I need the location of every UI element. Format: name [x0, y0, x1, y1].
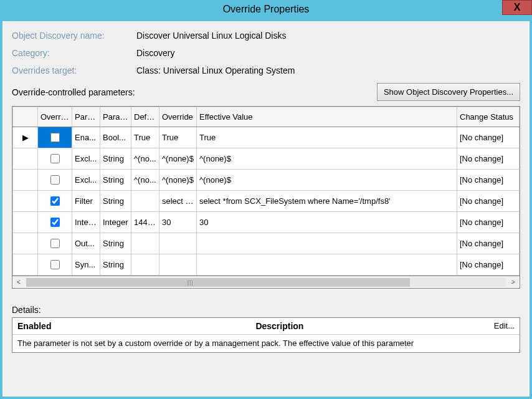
- category-row: Category: Discovery: [12, 48, 520, 58]
- override-checkbox[interactable]: [50, 260, 60, 269]
- scroll-thumb[interactable]: |||: [26, 278, 410, 287]
- discovery-name-row: Object Discovery name: Discover Universa…: [12, 31, 520, 41]
- table-header-row: Override Parame Parame Default Override …: [13, 107, 520, 127]
- header-param-type[interactable]: Parame: [100, 107, 131, 127]
- cell-name: Syn...: [72, 254, 100, 276]
- cell-change: [No change]: [457, 254, 520, 276]
- category-value: Discovery: [136, 48, 174, 58]
- close-button[interactable]: X: [502, 0, 532, 15]
- row-marker: ▶: [13, 127, 38, 148]
- scroll-track[interactable]: |||: [26, 278, 506, 287]
- cell-effective: 30: [197, 212, 457, 233]
- window-title: Override Properties: [223, 4, 310, 15]
- cell-override: select *f...: [159, 191, 197, 212]
- row-marker: [13, 148, 38, 170]
- scroll-grip-icon: |||: [188, 279, 194, 286]
- header-override-value[interactable]: Override: [159, 107, 197, 127]
- row-marker: [13, 170, 38, 191]
- target-row: Overrides target: Class: Universal Linux…: [12, 65, 520, 75]
- override-properties-window: Override Properties X Object Discovery n…: [0, 0, 532, 399]
- details-enabled-header: Enabled: [17, 321, 255, 331]
- cell-type: String: [100, 170, 131, 191]
- cell-override: ^(none)$: [159, 170, 197, 191]
- row-marker: [13, 233, 38, 254]
- cell-default: [131, 191, 159, 212]
- discovery-name-value: Discover Universal Linux Logical Disks: [136, 31, 286, 41]
- override-checkbox-cell[interactable]: [38, 170, 72, 191]
- details-description-header: Description: [255, 321, 493, 331]
- target-label: Overrides target:: [12, 65, 136, 75]
- cell-name: Filter: [72, 191, 100, 212]
- cell-effective: ^(none)$: [197, 148, 457, 170]
- override-checkbox-cell[interactable]: [38, 191, 72, 212]
- override-checkbox-cell[interactable]: [38, 233, 72, 254]
- cell-effective: True: [197, 127, 457, 148]
- override-checkbox-cell[interactable]: [38, 254, 72, 276]
- override-checkbox[interactable]: [50, 175, 60, 185]
- row-marker: [13, 212, 38, 233]
- table-row[interactable]: ▶Ena...Bool...TrueTrueTrue[No change]: [13, 127, 520, 148]
- override-checkbox-cell[interactable]: [38, 212, 72, 233]
- cell-type: Integer: [100, 212, 131, 233]
- override-checkbox[interactable]: [50, 218, 60, 227]
- table-row[interactable]: Out...String[No change]: [13, 233, 520, 254]
- params-label: Override-controlled parameters:: [12, 87, 135, 97]
- details-body-text: The parameter is not set by a custom ove…: [12, 335, 520, 352]
- override-checkbox[interactable]: [50, 133, 60, 142]
- cell-type: String: [100, 233, 131, 254]
- cell-override: True: [159, 127, 197, 148]
- details-box: Enabled Description Edit... The paramete…: [12, 317, 520, 353]
- cell-override: ^(none)$: [159, 148, 197, 170]
- table-row[interactable]: Syn...String[No change]: [13, 254, 520, 276]
- cell-name: Excl...: [72, 148, 100, 170]
- cell-default: [131, 254, 159, 276]
- override-checkbox[interactable]: [50, 196, 60, 206]
- cell-effective: [197, 233, 457, 254]
- cell-change: [No change]: [457, 212, 520, 233]
- override-checkbox[interactable]: [50, 154, 60, 163]
- header-param-name[interactable]: Parame: [72, 107, 100, 127]
- table-row[interactable]: Inter...Integer144003030[No change]: [13, 212, 520, 233]
- cell-type: String: [100, 191, 131, 212]
- header-default[interactable]: Default: [131, 107, 159, 127]
- edit-link[interactable]: Edit...: [494, 321, 515, 331]
- table-row[interactable]: Excl...String^(no...^(none)$^(none)$[No …: [13, 148, 520, 170]
- override-checkbox-cell[interactable]: [38, 148, 72, 170]
- header-effective[interactable]: Effective Value: [197, 107, 457, 127]
- cell-default: True: [131, 127, 159, 148]
- header-override[interactable]: Override: [38, 107, 72, 127]
- details-header: Enabled Description Edit...: [12, 318, 520, 335]
- row-marker: [13, 254, 38, 276]
- cell-override: 30: [159, 212, 197, 233]
- cell-type: String: [100, 148, 131, 170]
- parameters-table: Override Parame Parame Default Override …: [12, 107, 520, 276]
- scroll-right-arrow[interactable]: >: [507, 277, 520, 288]
- cell-type: Bool...: [100, 127, 131, 148]
- override-checkbox-cell[interactable]: [38, 127, 72, 148]
- details-label: Details:: [12, 305, 520, 315]
- header-marker: [13, 107, 38, 127]
- params-header-row: Override-controlled parameters: Show Obj…: [12, 83, 520, 101]
- cell-override: [159, 254, 197, 276]
- cell-change: [No change]: [457, 127, 520, 148]
- cell-effective: select *from SCX_FileSystem where Name='…: [197, 191, 457, 212]
- cell-name: Excl...: [72, 170, 100, 191]
- category-label: Category:: [12, 48, 136, 58]
- cell-type: String: [100, 254, 131, 276]
- table-row[interactable]: Excl...String^(no...^(none)$^(none)$[No …: [13, 170, 520, 191]
- override-checkbox[interactable]: [50, 239, 60, 248]
- target-value: Class: Universal Linux Operating System: [136, 65, 295, 75]
- cell-default: ^(no...: [131, 148, 159, 170]
- cell-default: 14400: [131, 212, 159, 233]
- scroll-left-arrow[interactable]: <: [12, 277, 25, 288]
- titlebar: Override Properties X: [0, 0, 532, 19]
- cell-name: Ena...: [72, 127, 100, 148]
- show-properties-button[interactable]: Show Object Discovery Properties...: [377, 83, 520, 101]
- header-change[interactable]: Change Status: [457, 107, 520, 127]
- cell-default: ^(no...: [131, 170, 159, 191]
- table-row[interactable]: FilterStringselect *f...select *from SCX…: [13, 191, 520, 212]
- cell-change: [No change]: [457, 148, 520, 170]
- horizontal-scrollbar[interactable]: < ||| >: [12, 276, 520, 289]
- cell-change: [No change]: [457, 233, 520, 254]
- cell-override: [159, 233, 197, 254]
